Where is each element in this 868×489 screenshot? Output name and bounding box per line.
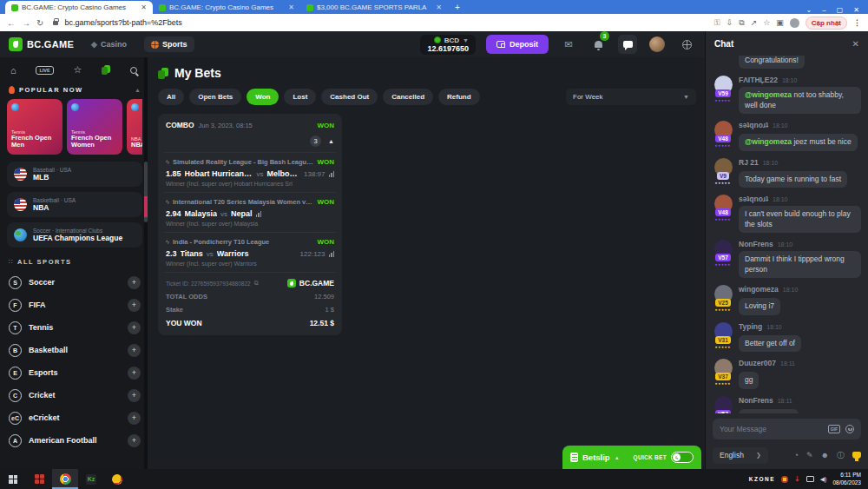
start-button[interactable] [0, 469, 26, 489]
browser-tab[interactable]: BC.GAME: Crypto Casino Games ✕ [153, 1, 300, 14]
mail-icon[interactable]: ✉ [559, 35, 578, 54]
download-arrow-icon[interactable]: ⇣ [794, 475, 800, 483]
chat-username[interactable]: Typing [739, 322, 762, 331]
popular-now-header[interactable]: POPULAR NOW ▲ [7, 83, 142, 99]
taskbar-coin-app-icon[interactable] [104, 469, 130, 489]
chat-username[interactable]: RJ 21 [739, 158, 759, 167]
quick-bet-toggle[interactable]: ϟ [671, 452, 694, 463]
chat-username[interactable]: sәʇqnoɹʇ [739, 121, 768, 129]
tab-close-icon[interactable]: ✕ [288, 3, 294, 11]
moderator-icon[interactable]: ☻ [821, 451, 829, 459]
close-icon[interactable]: ✕ [852, 39, 859, 49]
user-avatar[interactable] [648, 35, 667, 54]
window-maximize-button[interactable]: ▢ [837, 6, 844, 14]
expand-plus-button[interactable]: + [128, 299, 141, 312]
trophy-icon[interactable] [852, 452, 861, 459]
sport-item[interactable]: A American Football + [7, 429, 142, 452]
tray-app-icon[interactable] [781, 476, 788, 483]
password-key-icon[interactable]: ⚿ [714, 18, 720, 28]
collapse-caret-icon[interactable]: ▲ [135, 87, 141, 93]
language-globe-icon[interactable] [677, 35, 696, 54]
info-icon[interactable]: ⓘ [837, 450, 845, 461]
browser-tab[interactable]: BC.GAME: Crypto Casino Games ✕ [5, 1, 153, 14]
share-icon[interactable]: ↗ [751, 18, 758, 27]
sport-item[interactable]: eC eCricket + [7, 406, 142, 429]
expand-plus-button[interactable]: + [128, 412, 141, 425]
expand-plus-button[interactable]: + [128, 276, 141, 289]
taskbar-kzone-icon[interactable]: Kz [78, 469, 104, 489]
stats-bars-icon[interactable] [256, 211, 262, 217]
mention-link[interactable]: @wingomeza [745, 90, 792, 99]
mention-link[interactable]: @wingomeza [745, 137, 792, 146]
chat-username[interactable]: sәʇqnoɹʇ [739, 195, 768, 203]
forward-button[interactable]: → [22, 18, 30, 28]
league-item[interactable]: Soccer · International Clubs UEFA Champi… [7, 222, 142, 248]
home-icon[interactable]: ⌂ [10, 65, 16, 76]
filter-pill[interactable]: Cancelled [383, 89, 433, 105]
sport-item[interactable]: C Cricket + [7, 384, 142, 406]
bet-card[interactable]: COMBO Jun 3, 2023, 08:15 WON 3 ▲ [158, 114, 342, 335]
expand-plus-button[interactable]: + [128, 389, 141, 402]
chat-rules-icon[interactable]: ✎ [806, 451, 813, 459]
sport-item[interactable]: S Soccer + [7, 271, 142, 294]
expand-plus-button[interactable]: + [128, 434, 141, 447]
deposit-button[interactable]: Deposit [486, 35, 549, 54]
nav-sports[interactable]: Sports [144, 36, 194, 52]
url-field[interactable]: bc.game/sports?bt-path=%2Fbets [64, 18, 181, 27]
my-bets-icon[interactable] [102, 65, 110, 75]
betslip-button[interactable]: Betslip ▲ QUICK BET ϟ [562, 446, 701, 469]
sport-item[interactable]: E Esports + [7, 361, 142, 384]
filter-pill[interactable]: Open Bets [189, 89, 241, 105]
emoji-icon[interactable] [845, 425, 854, 433]
promo-banner[interactable]: Tennis French Open Men [7, 99, 62, 155]
promo-banner[interactable]: Tennis French Open Women [67, 99, 122, 155]
favorites-star-icon[interactable]: ☆ [73, 64, 82, 76]
promo-banner[interactable]: NBA 2 NBA [127, 99, 142, 155]
browser-profile-avatar[interactable] [790, 18, 799, 28]
filter-pill[interactable]: Cashed Out [321, 89, 378, 105]
copy-icon[interactable]: ⧉ [254, 280, 259, 287]
taskbar-app-icon[interactable] [26, 469, 52, 489]
clock[interactable]: 6:11 PM 08/06/2023 [832, 472, 861, 486]
back-button[interactable]: ← [7, 18, 16, 28]
window-minimize-button[interactable]: – [822, 6, 825, 14]
league-item[interactable]: Basketball · USA NBA [7, 192, 142, 217]
filter-pill[interactable]: All [158, 89, 184, 105]
sidepanel-icon[interactable]: ▣ [776, 18, 784, 27]
rain-icon[interactable]: ◔ [794, 451, 799, 459]
stats-bars-icon[interactable] [329, 251, 335, 257]
chat-username[interactable]: NonFrens [739, 240, 773, 248]
live-icon[interactable]: LIVE [36, 66, 53, 75]
balance-dropdown[interactable]: BCD ▼ 12.6197650 [420, 35, 476, 55]
tab-close-icon[interactable]: ✕ [436, 3, 442, 11]
expand-plus-button[interactable]: + [128, 367, 141, 380]
chat-input[interactable]: Your Message GIF [713, 419, 861, 439]
chat-username[interactable]: Duuzer007 [739, 359, 776, 367]
sport-item[interactable]: F FIFA + [7, 294, 142, 316]
chat-username[interactable]: wingomeza [739, 285, 779, 294]
browser-menu-icon[interactable]: ⋮ [853, 18, 861, 27]
nav-casino[interactable]: ◆ Casino [84, 36, 134, 52]
notifications-bell-icon[interactable]: 3 [589, 35, 608, 54]
site-logo[interactable]: BC.GAME [9, 37, 74, 51]
sport-item[interactable]: T Tennis + [7, 316, 142, 339]
search-icon[interactable] [130, 67, 137, 74]
volume-icon[interactable]: ◀) [820, 476, 827, 483]
chat-username[interactable]: FΛITHĻΕ22 [739, 76, 778, 84]
filter-pill[interactable]: Won [247, 89, 279, 105]
tab-close-icon[interactable]: ✕ [141, 3, 147, 11]
league-item[interactable]: Baseball · USA MLB [7, 162, 142, 187]
install-icon[interactable]: ⇩ [727, 18, 733, 27]
reload-button[interactable]: ↻ [36, 18, 43, 28]
window-close-button[interactable]: ✕ [853, 6, 859, 14]
chat-toggle-icon[interactable] [618, 35, 637, 54]
expand-plus-button[interactable]: + [128, 344, 141, 357]
network-icon[interactable] [806, 476, 814, 482]
sport-item[interactable]: B Basketball + [7, 339, 142, 361]
taskbar-chrome-icon[interactable] [52, 469, 78, 489]
stats-bars-icon[interactable] [329, 171, 335, 177]
collapse-arrow-icon[interactable]: ▲ [328, 138, 334, 144]
period-dropdown[interactable]: For Week ▼ [566, 89, 696, 105]
tab-search-icon[interactable]: ⌄ [806, 6, 812, 14]
chat-messages[interactable]: ●●●●● Congratulations! [706, 56, 868, 413]
